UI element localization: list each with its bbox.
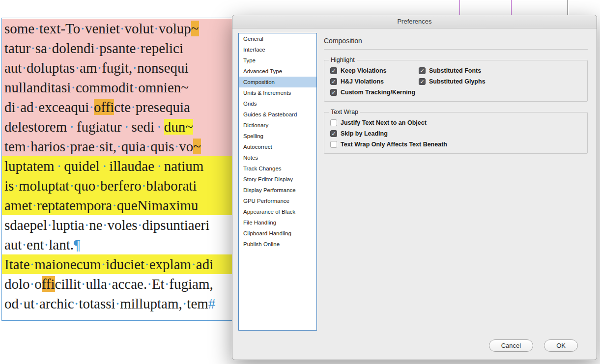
sidebar-item-general[interactable]: General — [239, 33, 316, 44]
checkbox-label: Justify Text Next to an Object — [341, 119, 427, 126]
dialog-titlebar[interactable]: Preferences — [232, 15, 597, 28]
sidebar-item-type[interactable]: Type — [239, 55, 316, 66]
group-legend: Highlight — [329, 56, 357, 63]
space-marker: · — [89, 99, 94, 115]
space-marker: · — [165, 276, 170, 292]
sidebar-item-appearance-of-black[interactable]: Appearance of Black — [239, 206, 316, 217]
checkbox-grid: ✓Keep Violations✓Substituted Fonts✓H&J V… — [330, 67, 581, 96]
ok-button[interactable]: OK — [544, 339, 578, 352]
space-marker: · — [120, 21, 125, 36]
space-marker: · — [122, 119, 132, 135]
space-marker: · — [71, 80, 76, 95]
space-marker: · — [142, 178, 146, 194]
preferences-list: GeneralInterfaceTypeAdvanced TypeComposi… — [238, 33, 317, 331]
space-marker: · — [30, 276, 35, 292]
sidebar-item-interface[interactable]: Interface — [239, 44, 316, 55]
checkbox-text-wrap-only-affects-text-beneath[interactable]: Text Wrap Only Affects Text Beneath — [330, 141, 581, 148]
checkbox-h-j-violations[interactable]: ✓H&J Violations — [330, 78, 419, 85]
sidebar-item-guides-pasteboard[interactable]: Guides & Pasteboard — [239, 109, 316, 120]
space-marker: · — [47, 217, 52, 233]
sidebar-item-autocorrect[interactable]: Autocorrect — [239, 141, 316, 152]
document-line[interactable]: delestorem·fugiatur·sedi·dun~ — [2, 117, 232, 137]
document-text[interactable]: some·text-To·veniet·volut·volup~tatur·sa… — [2, 19, 232, 313]
space-marker: · — [136, 40, 141, 56]
document-line[interactable]: aut·doluptas·am·fugit,·nonsequi — [2, 58, 232, 78]
space-marker: · — [95, 40, 100, 56]
document-line[interactable]: is·moluptat·quo·berfero·blaborati — [2, 176, 232, 196]
checkbox-skip-by-leading[interactable]: ✓Skip by Leading — [330, 130, 581, 137]
document-line[interactable]: od·ut·archic·totassi·milluptam,·tem# — [2, 294, 232, 313]
document-line[interactable]: luptatem·quidel·illaudae·natium — [2, 156, 232, 176]
space-marker: · — [80, 21, 85, 36]
document-line[interactable]: dolo·officillit·ulla·accae.·Et·fugiam, — [2, 274, 232, 294]
sidebar-item-spelling[interactable]: Spelling — [239, 131, 316, 141]
sidebar-item-grids[interactable]: Grids — [239, 98, 316, 109]
checkbox-grid: Justify Text Next to an Object✓Skip by L… — [330, 119, 581, 148]
checkbox-unchecked-icon[interactable] — [330, 119, 337, 126]
space-marker: · — [69, 178, 74, 194]
checkbox-checked-icon[interactable]: ✓ — [330, 130, 337, 137]
space-marker: · — [74, 296, 79, 311]
space-marker: · — [75, 60, 80, 76]
space-marker: · — [65, 139, 70, 154]
space-marker: · — [134, 80, 139, 95]
cancel-button[interactable]: Cancel — [489, 339, 533, 352]
sidebar-item-publish-online[interactable]: Publish Online — [239, 239, 316, 250]
document-line[interactable]: nullanditasi·commodit·omnien~ — [2, 78, 232, 97]
sidebar-item-advanced-type[interactable]: Advanced Type — [239, 66, 316, 77]
space-marker: · — [191, 256, 196, 272]
checkbox-custom-tracking-kerning[interactable]: ✓Custom Tracking/Kerning — [330, 89, 419, 96]
space-marker: · — [14, 178, 19, 194]
sidebar-item-display-performance[interactable]: Display Performance — [239, 185, 316, 196]
space-marker: · — [112, 197, 117, 213]
sidebar-item-composition[interactable]: Composition — [239, 77, 316, 87]
sidebar-item-units-increments[interactable]: Units & Increments — [239, 87, 316, 98]
checkbox-unchecked-icon[interactable] — [330, 141, 337, 148]
checkbox-substituted-fonts[interactable]: ✓Substituted Fonts — [419, 67, 581, 74]
checkbox-checked-icon[interactable]: ✓ — [419, 78, 426, 85]
space-marker: · — [154, 119, 164, 135]
checkbox-label: Custom Tracking/Kerning — [341, 89, 415, 96]
checkbox-keep-violations[interactable]: ✓Keep Violations — [330, 67, 419, 74]
document-line[interactable]: Itate·maionecum·iduciet·explam·adi — [2, 254, 232, 274]
space-marker: · — [144, 256, 149, 272]
sidebar-item-gpu-performance[interactable]: GPU Performance — [239, 196, 316, 206]
space-marker: · — [132, 60, 137, 76]
checkbox-label: Keep Violations — [341, 67, 387, 74]
space-marker: · — [22, 237, 27, 252]
sidebar-item-notes[interactable]: Notes — [239, 152, 316, 163]
space-marker: · — [81, 276, 86, 292]
checkbox-checked-icon[interactable]: ✓ — [330, 78, 337, 85]
document-line[interactable]: di·ad·exceaqui·officte·presequia — [2, 97, 232, 117]
document-line[interactable]: sdaepel·luptia·ne·voles·dipsuntiaeri — [2, 215, 232, 235]
panel-groups: Highlight✓Keep Violations✓Substituted Fo… — [324, 56, 588, 154]
space-marker: · — [100, 158, 110, 174]
sidebar-item-story-editor-display[interactable]: Story Editor Display — [239, 174, 316, 185]
space-marker: · — [115, 296, 120, 311]
checkbox-justify-text-next-to-an-object[interactable]: Justify Text Next to an Object — [330, 119, 581, 126]
space-marker: · — [34, 21, 39, 36]
ruler-guide-1 — [459, 0, 460, 15]
document-line[interactable]: tatur·sa·dolendi·psante·repelici — [2, 38, 232, 58]
checkbox-label: Text Wrap Only Affects Text Beneath — [341, 141, 447, 148]
space-marker: · — [34, 296, 39, 311]
checkbox-checked-icon[interactable]: ✓ — [419, 67, 426, 74]
space-marker: · — [101, 256, 106, 272]
document-line[interactable]: tem·harios·prae·sit,·quia·quis·vo~ — [2, 137, 232, 156]
space-marker: · — [146, 139, 151, 154]
space-marker: · — [103, 217, 108, 233]
space-marker: · — [147, 276, 152, 292]
sidebar-item-clipboard-handling[interactable]: Clipboard Handling — [239, 228, 316, 239]
sidebar-item-file-handling[interactable]: File Handling — [239, 217, 316, 228]
document-line[interactable]: aut·ent·lant.¶ — [2, 235, 232, 254]
checkbox-checked-icon[interactable]: ✓ — [330, 67, 337, 74]
checkbox-checked-icon[interactable]: ✓ — [330, 89, 337, 96]
panel-heading: Composition — [324, 35, 588, 50]
document-line[interactable]: some·text-To·veniet·volut·volup~ — [2, 19, 232, 38]
sidebar-item-dictionary[interactable]: Dictionary — [239, 120, 316, 131]
space-marker: · — [44, 237, 49, 252]
document-line[interactable]: amet·reptatempora·queNimaximu — [2, 196, 232, 215]
checkbox-substituted-glyphs[interactable]: ✓Substituted Glyphs — [419, 78, 581, 85]
sidebar-item-track-changes[interactable]: Track Changes — [239, 163, 316, 174]
group-highlight: Highlight✓Keep Violations✓Substituted Fo… — [324, 56, 588, 102]
